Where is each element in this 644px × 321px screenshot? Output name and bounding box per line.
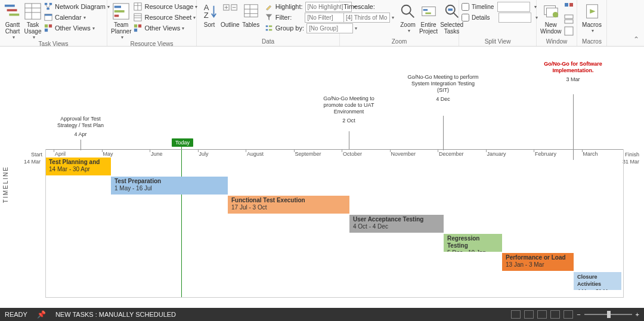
status-bar: READY 📌 NEW TASKS : MANUALLY SCHEDULED −… [0, 308, 644, 321]
svg-rect-37 [244, 5, 258, 17]
team-planner-button[interactable]: Team Planner ▾ [110, 1, 132, 40]
task-bar[interactable]: Test Preparation 1 May - 16 Jul [111, 177, 228, 195]
view-resource-sheet-icon[interactable] [550, 310, 560, 319]
dropdown-arrow-icon[interactable]: ▾ [392, 15, 394, 20]
other-views-icon [134, 24, 142, 32]
callout-text: Go/No-Go Meeting to perform System Integ… [407, 74, 478, 93]
timescale-label-row: Timescale: [342, 1, 395, 12]
resource-usage-button[interactable]: Resource Usage▾ [132, 1, 199, 12]
svg-rect-44 [269, 29, 272, 31]
group-data: AZ Sort Outline Tables Highlight: ▾ [197, 0, 340, 46]
tables-icon [242, 2, 260, 20]
callout-date: 3 Mar [540, 76, 606, 83]
calendar-button[interactable]: Calendar▾ [43, 12, 111, 23]
highlight-label: Highlight: [275, 3, 303, 10]
task-usage-button[interactable]: Task Usage ▾ [23, 1, 43, 40]
task-usage-label: Task Usage [24, 21, 42, 35]
outline-button[interactable]: Outline [219, 1, 241, 28]
timescale-input[interactable] [343, 13, 390, 23]
axis-tick [486, 149, 487, 152]
hide-icon[interactable] [564, 26, 574, 36]
pin-icon[interactable]: 📌 [37, 310, 46, 319]
details-checkbox[interactable] [462, 14, 469, 21]
callout-text: Approval for Test Strategy / Test Plan [57, 116, 104, 128]
timeline-axis: AprilMayJuneJulyAugustSeptemberOctoberNo… [45, 149, 624, 160]
svg-rect-52 [448, 8, 453, 11]
details-checkbox-row[interactable]: Details ▾ [462, 12, 538, 23]
svg-line-10 [46, 5, 48, 7]
timeline-chart[interactable]: Approval for Test Strategy / Test Plan 4… [18, 51, 639, 303]
group-label-macros: Macros [580, 38, 604, 46]
arrange-icon[interactable] [564, 14, 574, 24]
group-resource-views: Team Planner ▾ Resource Usage▾ Resource … [107, 0, 197, 46]
view-team-planner-icon[interactable] [537, 310, 547, 319]
callout-text: Go/No-Go for Software Implementation. [544, 61, 602, 73]
zoom-slider[interactable] [584, 314, 632, 315]
zoom-in-button[interactable]: + [636, 311, 639, 318]
milestone-callout[interactable]: Go/No-Go Meeting to promote code to UAT … [316, 95, 382, 124]
details-detail-input[interactable] [499, 13, 531, 23]
macros-icon [583, 2, 601, 20]
status-newtasks[interactable]: NEW TASKS : MANUALLY SCHEDULED [55, 311, 176, 318]
callout-date: 4 Apr [51, 131, 110, 138]
task-bar[interactable]: Performance or Load 13 Jan - 3 Mar [502, 253, 574, 271]
svg-rect-41 [265, 26, 268, 27]
group-label-data: Data [199, 38, 337, 46]
resource-sheet-button[interactable]: Resource Sheet▾ [132, 12, 199, 23]
dropdown-arrow-icon: ▾ [83, 15, 86, 20]
group-label-window: Window [539, 38, 574, 46]
details-checkbox-label: Details [472, 14, 490, 21]
timeline-checkbox-row[interactable]: Timeline ▾ [462, 1, 538, 12]
view-task-usage-icon[interactable] [524, 310, 534, 319]
svg-rect-27 [134, 24, 137, 27]
axis-month-label: July [199, 151, 209, 157]
view-gantt-icon[interactable] [511, 310, 521, 319]
macros-button[interactable]: Macros ▾ [580, 1, 604, 33]
sort-button[interactable]: AZ Sort [199, 1, 219, 28]
axis-month-label: December [439, 151, 464, 157]
timeline-detail-input[interactable] [497, 2, 530, 12]
filter-label: Filter: [275, 14, 292, 21]
other-views-button[interactable]: Other Views▾ [43, 23, 111, 33]
milestone-callout[interactable]: Approval for Test Strategy / Test Plan 4… [51, 116, 110, 138]
status-ready: READY [5, 311, 27, 318]
task-bar[interactable]: Functional Test Execution 17 Jul - 3 Oct [228, 196, 349, 214]
task-bar[interactable]: Regression Testing 5 Dec - 10 Jan [444, 234, 502, 252]
milestone-callout[interactable]: Go/No-Go for Software Implementation. 3 … [540, 61, 606, 83]
dropdown-arrow-icon: ▾ [193, 15, 196, 20]
svg-rect-8 [49, 3, 52, 5]
group-split-view: Timeline ▾ Details ▾ Split View [459, 0, 537, 46]
svg-rect-2 [9, 14, 19, 16]
group-label-zoom: Zoom [342, 38, 456, 46]
zoom-button[interactable]: Zoom ▾ [398, 1, 418, 33]
finish-date: 31 Mar [623, 159, 639, 165]
axis-month-label: January [487, 151, 506, 157]
svg-rect-9 [47, 8, 49, 10]
network-diagram-button[interactable]: Network Diagram▾ [43, 1, 111, 12]
tables-button[interactable]: Tables [241, 1, 261, 28]
task-bar[interactable]: Closure Activities 4 Mar - 31 Mar [574, 272, 621, 290]
switch-window-icon[interactable] [564, 2, 574, 12]
entire-project-button[interactable]: Entire Project [418, 1, 439, 35]
svg-line-46 [410, 13, 414, 18]
new-window-button[interactable]: New Window [539, 1, 563, 35]
axis-tick [102, 149, 103, 152]
new-window-icon [542, 2, 560, 20]
view-report-icon[interactable] [564, 310, 573, 319]
svg-rect-58 [565, 15, 573, 18]
task-bar[interactable]: User Acceptance Testing 4 Oct - 4 Dec [349, 215, 444, 233]
svg-rect-13 [45, 14, 52, 16]
macros-label: Macros [582, 21, 602, 28]
network-icon [44, 2, 52, 11]
axis-tick [342, 149, 342, 152]
task-bar[interactable]: Test Planning and 14 Mar - 30 Apr [45, 158, 111, 175]
timeline-checkbox[interactable] [462, 3, 469, 11]
milestone-callout[interactable]: Go/No-Go Meeting to perform System Integ… [407, 74, 479, 103]
other-resource-views-button[interactable]: Other Views▾ [132, 23, 199, 33]
ribbon-collapse-icon[interactable]: ⌃ [633, 35, 639, 44]
zoom-out-button[interactable]: − [577, 311, 580, 318]
gantt-chart-button[interactable]: Gantt Chart ▾ [2, 1, 23, 40]
timescale-label: Timescale: [343, 3, 375, 10]
timeline-checkbox-label: Timeline [472, 4, 494, 10]
today-marker[interactable]: Today [172, 138, 193, 147]
